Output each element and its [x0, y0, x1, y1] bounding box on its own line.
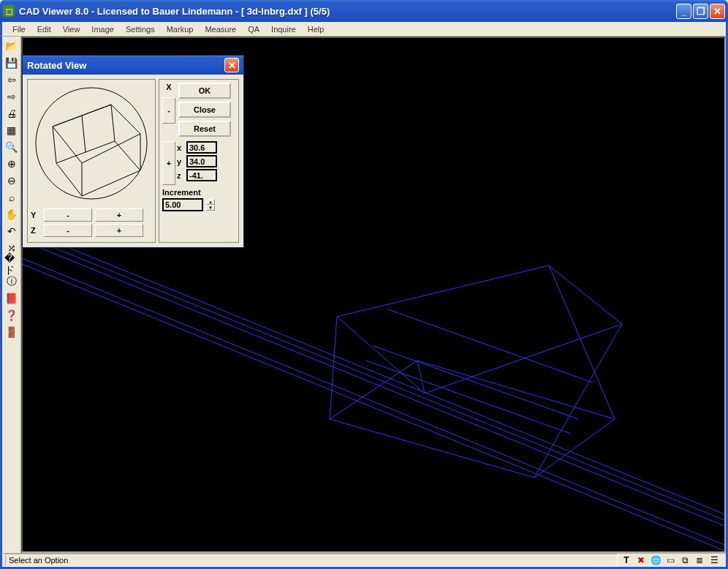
- y-plus-button[interactable]: +: [95, 208, 143, 222]
- svg-marker-16: [56, 141, 140, 196]
- x-plus-button[interactable]: +: [162, 141, 175, 185]
- svg-point-14: [36, 88, 147, 199]
- menu-edit[interactable]: Edit: [31, 23, 57, 35]
- arrow-left-icon[interactable]: ⇦: [4, 72, 20, 88]
- menu-settings[interactable]: Settings: [120, 23, 161, 35]
- reset-button[interactable]: Reset: [178, 121, 231, 137]
- menu-qa[interactable]: QA: [242, 23, 265, 35]
- z-value-input[interactable]: [186, 169, 217, 181]
- preview-panel: Y - + Z - +: [27, 79, 156, 243]
- coord-x-label: x: [177, 143, 184, 152]
- context-help-icon[interactable]: ❓: [4, 307, 20, 323]
- pan-icon[interactable]: ✋: [4, 206, 20, 222]
- x-value-input[interactable]: [186, 141, 217, 154]
- right-controls-panel: X - OK Close Reset + x y: [159, 79, 239, 243]
- yz-controls: Y - + Z - +: [31, 208, 152, 237]
- svg-line-0: [23, 214, 724, 514]
- svg-line-2: [23, 226, 724, 526]
- zoom-window-icon[interactable]: ⌕: [4, 189, 20, 206]
- preview-3d-cube[interactable]: [31, 83, 152, 204]
- status-globe-icon[interactable]: 🌐: [650, 554, 661, 566]
- svg-line-21: [82, 116, 86, 152]
- dialog-close-button[interactable]: ✕: [224, 58, 239, 72]
- coord-z-label: z: [177, 171, 184, 180]
- svg-line-22: [82, 105, 111, 116]
- z-axis-label: Z: [31, 226, 41, 235]
- undo-icon[interactable]: ↶: [4, 223, 20, 239]
- increment-label: Increment: [162, 188, 235, 197]
- z-plus-button[interactable]: +: [95, 224, 143, 237]
- statusbar: Select an Option T ✖ 🌐 ▭ ⧉ ≣ ☰: [0, 553, 728, 569]
- rotated-view-dialog: Rotated View ✕: [22, 55, 244, 248]
- status-cancel-icon[interactable]: ✖: [635, 554, 647, 566]
- coord-section: + x y z: [162, 141, 235, 185]
- status-icons: T ✖ 🌐 ▭ ⧉ ≣ ☰: [618, 554, 723, 566]
- svg-line-18: [111, 105, 115, 141]
- status-list-icon[interactable]: ☰: [708, 554, 720, 566]
- menu-file[interactable]: File: [7, 23, 31, 35]
- menubar: File Edit View Image Settings Markup Mea…: [0, 22, 728, 37]
- open-icon[interactable]: 📂: [4, 38, 20, 54]
- status-text: Select an Option: [5, 554, 618, 567]
- close-dialog-button[interactable]: Close: [178, 102, 231, 118]
- svg-line-11: [374, 346, 578, 419]
- dialog-titlebar[interactable]: Rotated View ✕: [23, 56, 243, 75]
- window-titlebar: ⬚ CAD Viewer 8.0 - Licensed to Bauer Lin…: [0, 0, 728, 22]
- exit-icon[interactable]: 🚪: [4, 324, 20, 340]
- help-book-icon[interactable]: 📕: [4, 290, 20, 306]
- close-button[interactable]: ✕: [710, 4, 725, 19]
- svg-line-1: [23, 220, 724, 520]
- toolbar-left: 📂💾⇦⇨🖨▦🔍⊕⊖⌕✋↶⤮�ドⓘ📕❓🚪: [2, 37, 21, 553]
- coord-y-label: y: [177, 157, 184, 166]
- zoom-fit-icon[interactable]: 🔍: [4, 139, 20, 155]
- menu-image[interactable]: Image: [86, 23, 120, 35]
- increment-spinner: ▲ ▼: [206, 199, 215, 211]
- svg-line-23: [53, 116, 82, 127]
- increment-down-button[interactable]: ▼: [206, 205, 215, 211]
- info-icon[interactable]: ⓘ: [4, 274, 20, 290]
- x-axis-label: X: [166, 83, 171, 91]
- menu-help[interactable]: Help: [302, 23, 330, 35]
- y-value-input[interactable]: [186, 155, 217, 167]
- y-minus-button[interactable]: -: [44, 208, 92, 222]
- arrow-right-icon[interactable]: ⇨: [4, 88, 20, 105]
- app-icon: ⬚: [3, 5, 15, 17]
- zoom-in-icon[interactable]: ⊕: [4, 156, 20, 172]
- z-minus-button[interactable]: -: [44, 224, 92, 237]
- svg-marker-15: [53, 105, 140, 163]
- window-title: CAD Viewer 8.0 - Licensed to Bauer Linde…: [19, 6, 676, 17]
- menu-inquire[interactable]: Inquire: [265, 23, 302, 35]
- maximize-button[interactable]: ❐: [693, 4, 708, 19]
- menu-view[interactable]: View: [57, 23, 86, 35]
- status-text-icon[interactable]: T: [621, 554, 632, 566]
- increment-up-button[interactable]: ▲: [206, 199, 215, 205]
- measure-icon[interactable]: �ド: [4, 257, 20, 273]
- print-icon[interactable]: 🖨: [4, 105, 20, 121]
- y-row: Y - +: [31, 208, 152, 222]
- status-multisheet-icon[interactable]: ⧉: [679, 554, 691, 566]
- zoom-out-icon[interactable]: ⊖: [4, 173, 20, 189]
- menu-markup[interactable]: Markup: [161, 23, 200, 35]
- svg-line-17: [53, 127, 56, 163]
- svg-line-8: [549, 265, 615, 419]
- dialog-title: Rotated View: [27, 60, 224, 71]
- svg-line-10: [417, 361, 425, 393]
- dialog-body: Y - + Z - + X - OK Close: [23, 75, 243, 247]
- svg-line-13: [388, 309, 593, 383]
- svg-line-3: [23, 244, 724, 545]
- svg-line-4: [23, 249, 724, 551]
- svg-marker-6: [330, 361, 615, 478]
- minimize-button[interactable]: _: [676, 4, 691, 19]
- save-icon[interactable]: 💾: [4, 55, 20, 71]
- y-axis-label: Y: [31, 211, 41, 219]
- x-minus-button[interactable]: -: [162, 97, 175, 124]
- z-row: Z - +: [31, 224, 152, 237]
- ok-button[interactable]: OK: [178, 83, 231, 99]
- status-layers-icon[interactable]: ≣: [694, 554, 705, 566]
- menu-measure[interactable]: Measure: [199, 23, 242, 35]
- status-sheet-icon[interactable]: ▭: [664, 554, 676, 566]
- window-buttons: _ ❐ ✕: [676, 4, 725, 19]
- layers-icon[interactable]: ▦: [4, 122, 20, 138]
- increment-input[interactable]: [162, 198, 203, 211]
